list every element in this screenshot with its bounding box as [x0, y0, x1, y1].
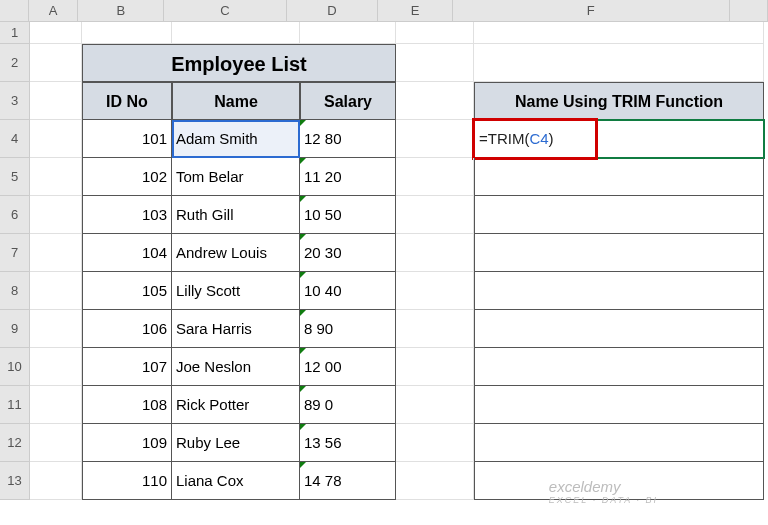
cell-F8[interactable]	[474, 272, 764, 310]
cell-E7[interactable]	[396, 234, 474, 272]
cell-B1[interactable]	[82, 22, 172, 44]
cell-B10[interactable]: 107	[82, 348, 172, 386]
cell-A5[interactable]	[30, 158, 82, 196]
row-9: 9 106 Sara Harris 8 90	[0, 310, 768, 348]
cell-A2[interactable]	[30, 44, 82, 82]
header-salary[interactable]: Salary	[300, 82, 396, 120]
cell-C12[interactable]: Ruby Lee	[172, 424, 300, 462]
cell-A1[interactable]	[30, 22, 82, 44]
cell-C4[interactable]: Adam Smith	[172, 120, 300, 158]
cell-A3[interactable]	[30, 82, 82, 120]
row-header-10[interactable]: 10	[0, 348, 30, 386]
row-header-9[interactable]: 9	[0, 310, 30, 348]
cell-F7[interactable]	[474, 234, 764, 272]
cell-D9[interactable]: 8 90	[300, 310, 396, 348]
col-header-C[interactable]: C	[164, 0, 286, 21]
cell-E2[interactable]	[396, 44, 474, 82]
cell-D12[interactable]: 13 56	[300, 424, 396, 462]
col-header-spill	[730, 0, 768, 21]
cell-A6[interactable]	[30, 196, 82, 234]
spreadsheet: A B C D E F 1 2 Employee List 3 ID No Na…	[0, 0, 768, 525]
cell-F1[interactable]	[474, 22, 764, 44]
cell-E1[interactable]	[396, 22, 474, 44]
cell-A11[interactable]	[30, 386, 82, 424]
col-header-D[interactable]: D	[287, 0, 379, 21]
cell-E8[interactable]	[396, 272, 474, 310]
cell-C6[interactable]: Ruth Gill	[172, 196, 300, 234]
header-id[interactable]: ID No	[82, 82, 172, 120]
cell-E9[interactable]	[396, 310, 474, 348]
cell-A9[interactable]	[30, 310, 82, 348]
cell-E6[interactable]	[396, 196, 474, 234]
cell-E10[interactable]	[396, 348, 474, 386]
cell-D1[interactable]	[300, 22, 396, 44]
cell-E5[interactable]	[396, 158, 474, 196]
row-header-11[interactable]: 11	[0, 386, 30, 424]
cell-F6[interactable]	[474, 196, 764, 234]
row-header-2[interactable]: 2	[0, 44, 30, 82]
cell-F11[interactable]	[474, 386, 764, 424]
row-header-8[interactable]: 8	[0, 272, 30, 310]
cell-B13[interactable]: 110	[82, 462, 172, 500]
cell-D6[interactable]: 10 50	[300, 196, 396, 234]
employee-list-title[interactable]: Employee List	[82, 44, 396, 82]
cell-D8[interactable]: 10 40	[300, 272, 396, 310]
row-header-1[interactable]: 1	[0, 22, 30, 44]
cell-B8[interactable]: 105	[82, 272, 172, 310]
select-all-corner[interactable]	[0, 0, 29, 22]
cell-E12[interactable]	[396, 424, 474, 462]
cell-F13[interactable]	[474, 462, 764, 500]
col-header-F[interactable]: F	[453, 0, 730, 21]
cell-B11[interactable]: 108	[82, 386, 172, 424]
cell-E11[interactable]	[396, 386, 474, 424]
cell-C1[interactable]	[172, 22, 300, 44]
header-name[interactable]: Name	[172, 82, 300, 120]
cell-F5[interactable]	[474, 158, 764, 196]
cell-A12[interactable]	[30, 424, 82, 462]
row-header-13[interactable]: 13	[0, 462, 30, 500]
cell-F9[interactable]	[474, 310, 764, 348]
row-header-6[interactable]: 6	[0, 196, 30, 234]
row-header-3[interactable]: 3	[0, 82, 30, 120]
cell-D10[interactable]: 12 00	[300, 348, 396, 386]
cell-A10[interactable]	[30, 348, 82, 386]
cell-D11[interactable]: 89 0	[300, 386, 396, 424]
cell-A8[interactable]	[30, 272, 82, 310]
cell-C8[interactable]: Lilly Scott	[172, 272, 300, 310]
cell-F2[interactable]	[474, 44, 764, 82]
row-header-12[interactable]: 12	[0, 424, 30, 462]
cell-C10[interactable]: Joe Neslon	[172, 348, 300, 386]
cell-B12[interactable]: 109	[82, 424, 172, 462]
cell-A13[interactable]	[30, 462, 82, 500]
cell-D13[interactable]: 14 78	[300, 462, 396, 500]
row-header-7[interactable]: 7	[0, 234, 30, 272]
cell-E3[interactable]	[396, 82, 474, 120]
cell-D7[interactable]: 20 30	[300, 234, 396, 272]
cell-F4-editing[interactable]: =TRIM(C4)	[474, 120, 764, 158]
cell-C7[interactable]: Andrew Louis	[172, 234, 300, 272]
cell-C9[interactable]: Sara Harris	[172, 310, 300, 348]
cell-B5[interactable]: 102	[82, 158, 172, 196]
cell-F10[interactable]	[474, 348, 764, 386]
cell-A4[interactable]	[30, 120, 82, 158]
cell-E13[interactable]	[396, 462, 474, 500]
cell-B9[interactable]: 106	[82, 310, 172, 348]
col-header-B[interactable]: B	[78, 0, 164, 21]
col-header-A[interactable]: A	[29, 0, 79, 21]
header-trim[interactable]: Name Using TRIM Function	[474, 82, 764, 120]
cell-A7[interactable]	[30, 234, 82, 272]
cell-D5[interactable]: 11 20	[300, 158, 396, 196]
row-header-5[interactable]: 5	[0, 158, 30, 196]
cell-F12[interactable]	[474, 424, 764, 462]
row-header-4[interactable]: 4	[0, 120, 30, 158]
cell-B6[interactable]: 103	[82, 196, 172, 234]
cell-C11[interactable]: Rick Potter	[172, 386, 300, 424]
cell-B4[interactable]: 101	[82, 120, 172, 158]
cell-C13[interactable]: Liana Cox	[172, 462, 300, 500]
col-header-E[interactable]: E	[378, 0, 453, 21]
formula-suffix: )	[549, 130, 554, 147]
cell-B7[interactable]: 104	[82, 234, 172, 272]
cell-E4[interactable]	[396, 120, 474, 158]
cell-D4[interactable]: 12 80	[300, 120, 396, 158]
cell-C5[interactable]: Tom Belar	[172, 158, 300, 196]
